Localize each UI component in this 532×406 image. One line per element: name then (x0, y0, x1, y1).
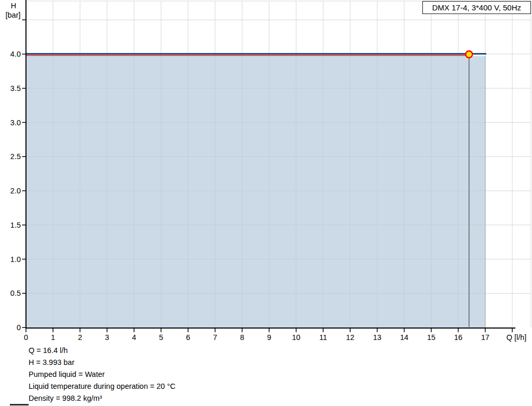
curve-area-fill (26, 56, 485, 328)
info-line-liquid: Pumped liquid = Water (29, 369, 176, 381)
y-axis-title-unit: [bar] (5, 11, 20, 19)
x-tick-label: 14 (400, 333, 408, 342)
x-tick-label: 3 (105, 333, 109, 342)
qh-chart-canvas: 00.51.01.52.02.53.03.54.0012345678910111… (0, 0, 532, 343)
y-tick-label: 1.0 (10, 255, 21, 264)
y-tick-label: 4.0 (10, 50, 21, 58)
x-tick-label: 2 (78, 333, 82, 342)
x-tick-label: 10 (292, 333, 300, 342)
pump-qh-curve-panel: 00.51.01.52.02.53.03.54.0012345678910111… (0, 0, 532, 406)
info-line-density: Density = 998.2 kg/m³ (29, 392, 176, 404)
x-tick-label: 1 (51, 333, 55, 342)
x-tick-label: 6 (186, 333, 190, 342)
x-tick-label: 13 (373, 333, 381, 342)
x-tick-label: 7 (213, 333, 217, 342)
x-tick-label: 8 (240, 333, 244, 342)
y-tick-label: 3.0 (10, 119, 21, 127)
x-tick-label: 17 (481, 333, 489, 342)
cropped-element-edge (10, 404, 29, 405)
y-axis-title-symbol: H (11, 2, 16, 10)
y-tick-label: 2.0 (10, 187, 21, 195)
curve-legend-box: DMX 17-4, 3*400 V, 50Hz (422, 1, 531, 14)
x-tick-label: 5 (159, 333, 163, 342)
x-tick-label: 11 (319, 333, 327, 342)
x-tick-label: 0 (24, 333, 28, 342)
x-tick-label: 4 (132, 333, 136, 342)
y-tick-label: 0.5 (10, 289, 21, 297)
x-tick-label: 12 (346, 333, 354, 342)
info-line-head: H = 3.993 bar (29, 357, 176, 369)
x-tick-label: 15 (427, 333, 435, 342)
info-line-flow: Q = 16.4 l/h (29, 345, 176, 357)
y-tick-label: 1.5 (10, 221, 21, 229)
x-axis-title: Q [l/h] (507, 333, 527, 342)
y-tick-label: 0 (17, 323, 21, 332)
duty-point-info-block: Q = 16.4 l/h H = 3.993 bar Pumped liquid… (29, 345, 176, 404)
y-tick-label: 3.5 (10, 84, 21, 93)
y-tick-label: 2.5 (10, 152, 21, 161)
operating-point-marker[interactable] (466, 51, 472, 58)
info-line-temperature: Liquid temperature during operation = 20… (29, 381, 176, 392)
x-tick-label: 16 (454, 333, 462, 342)
x-tick-label: 9 (267, 333, 271, 342)
